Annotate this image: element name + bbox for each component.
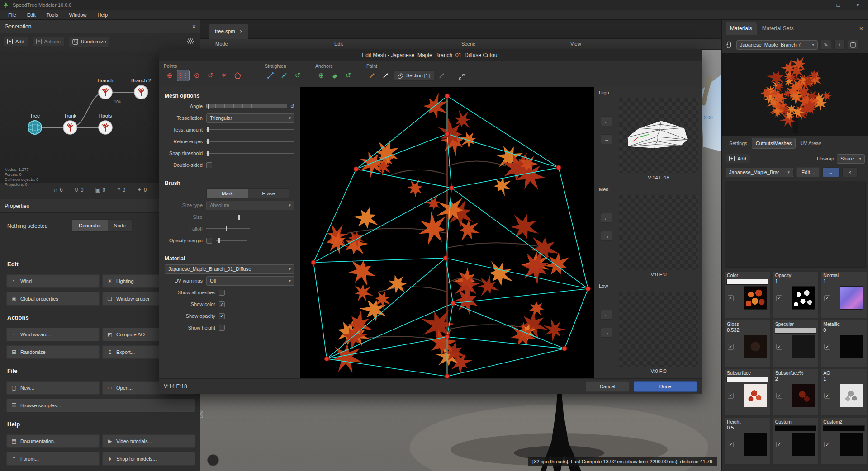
maximize-button[interactable]: □ [828, 0, 848, 10]
delete-point-tool[interactable]: ⊘ [191, 70, 203, 81]
map-color-swatch[interactable] [726, 279, 768, 285]
material-map-normal[interactable]: Normal1✓ [821, 271, 867, 318]
map-enabled-checkbox[interactable]: ✓ [776, 344, 782, 350]
uv-warnings-dropdown[interactable]: Off▾ [206, 276, 294, 286]
paint-brush-tool[interactable] [366, 70, 378, 81]
shop-models-button[interactable]: ⬧Shop for models... [102, 452, 195, 466]
add-cutout-button[interactable]: + Add [726, 154, 750, 163]
map-thumbnail[interactable] [840, 384, 863, 407]
wind-wizard-button[interactable]: ≈Wind wizard... [6, 328, 100, 341]
map-color-swatch[interactable] [823, 425, 865, 431]
erase-anchor-tool[interactable] [329, 70, 341, 81]
tab-node[interactable]: Node [108, 220, 132, 231]
map-thumbnail[interactable] [840, 335, 863, 358]
material-map-gloss[interactable]: Gloss0.532✓ [724, 320, 771, 367]
materials-close-icon[interactable]: × [859, 25, 865, 32]
graph-counter[interactable]: ∩0 [54, 187, 63, 193]
close-button[interactable]: × [848, 0, 868, 10]
generator-node-trunk[interactable]: Trunk [63, 113, 77, 134]
dialog-material-dropdown[interactable]: Japanese_Maple_Branch_01_Diffuse▾ [165, 264, 294, 274]
marquee-select-tool[interactable] [177, 70, 189, 81]
map-enabled-checkbox[interactable]: ✓ [728, 393, 734, 399]
reset-points-tool[interactable]: ↺ [204, 70, 216, 81]
straighten-line-tool[interactable] [265, 70, 276, 81]
show-opacity-checkbox[interactable]: ✓ [219, 313, 225, 319]
reset-anchors-tool[interactable]: ↺ [342, 70, 354, 81]
map-value[interactable]: 0 [821, 327, 867, 334]
map-thumbnail[interactable] [792, 286, 815, 310]
wind-button[interactable]: ≈Wind [6, 274, 100, 288]
material-map-color[interactable]: Color✓ [724, 271, 771, 318]
menu-help[interactable]: Help [93, 11, 113, 19]
material-map-custom2[interactable]: Custom2✓ [821, 418, 867, 465]
map-thumbnail[interactable] [792, 433, 815, 456]
new-file-button[interactable]: ▢New... [6, 381, 100, 395]
done-button[interactable]: Done [634, 381, 697, 392]
menu-file[interactable]: File [4, 11, 21, 19]
map-enabled-checkbox[interactable]: ✓ [728, 442, 734, 447]
map-thumbnail[interactable] [744, 286, 767, 310]
tab-generator[interactable]: Generator [72, 220, 108, 231]
add-point-tool[interactable]: ⊕ [164, 70, 175, 81]
section-button[interactable]: Section [1] [394, 70, 434, 81]
cancel-button[interactable]: Cancel [586, 381, 629, 392]
graph-counter[interactable]: ✦0 [137, 187, 147, 193]
map-thumbnail[interactable] [840, 286, 863, 310]
map-thumbnail[interactable] [744, 335, 767, 358]
material-map-ao[interactable]: AO1✓ [821, 369, 867, 416]
add-material-button[interactable]: + [834, 40, 845, 50]
forum-button[interactable]: ❞Forum... [6, 452, 100, 466]
show-all-meshes-checkbox[interactable]: ✓ [219, 290, 225, 296]
add-star-tool[interactable]: ✶ [218, 70, 230, 81]
tab-close-icon[interactable]: × [240, 28, 243, 34]
lod-high-preview[interactable] [619, 98, 698, 173]
material-preview[interactable] [722, 53, 868, 136]
delete-cutout-button[interactable]: × [842, 167, 858, 177]
angle-reset-icon[interactable]: ↺ [290, 104, 294, 109]
cutout-mesh-canvas[interactable] [300, 87, 594, 379]
add-generator-button[interactable]: + Add [4, 37, 28, 46]
map-thumbnail[interactable] [792, 384, 815, 407]
cutout-select-dropdown[interactable]: Japanese_Maple_Brar ▾ [726, 168, 793, 177]
randomize-button[interactable]: ⊞Randomize [6, 345, 100, 359]
generator-node-tree[interactable]: Tree [28, 113, 42, 134]
share-dropdown[interactable]: Share ▾ [837, 154, 865, 164]
menu-tools[interactable]: Tools [42, 11, 63, 19]
map-thumbnail[interactable] [840, 433, 863, 456]
straighten-reset-tool[interactable]: ↺ [292, 70, 304, 81]
minimize-button[interactable]: – [808, 0, 828, 10]
assign-cutout-button[interactable]: → [822, 167, 840, 177]
map-value[interactable]: 1 [773, 278, 819, 285]
tess-amount-slider[interactable] [206, 127, 294, 133]
falloff-slider[interactable] [206, 226, 250, 232]
map-thumbnail[interactable] [744, 384, 767, 407]
lod-high-next-button[interactable]: → [601, 134, 612, 144]
edit-cutout-button[interactable]: Edit... [796, 167, 820, 177]
add-anchor-tool[interactable]: ⊕ [315, 70, 327, 81]
graph-counter[interactable]: ∪0 [75, 187, 84, 193]
material-map-specular[interactable]: Specular✓ [773, 320, 819, 367]
paint-disabled-tool[interactable] [436, 70, 448, 81]
show-color-checkbox[interactable]: ✓ [219, 301, 225, 307]
map-thumbnail[interactable] [792, 335, 815, 358]
map-enabled-checkbox[interactable]: ✓ [776, 442, 782, 447]
opacity-margin-checkbox[interactable]: ✓ [206, 238, 212, 244]
map-enabled-checkbox[interactable]: ✓ [776, 393, 782, 399]
hand-icon[interactable] [726, 41, 734, 49]
map-enabled-checkbox[interactable]: ✓ [824, 295, 830, 301]
generator-node-branch-2[interactable]: Branch 2 [131, 78, 151, 99]
lod-med-next-button[interactable]: → [601, 231, 612, 241]
material-map-custom[interactable]: Custom✓ [773, 418, 819, 465]
angle-slider[interactable] [206, 103, 287, 109]
fullscreen-button[interactable] [455, 71, 467, 82]
polygon-tool[interactable] [232, 70, 243, 81]
lod-med-prev-button[interactable]: ← [601, 213, 612, 223]
map-enabled-checkbox[interactable]: ✓ [824, 442, 830, 447]
material-select-dropdown[interactable]: Japanese_Maple_Branch_( ▾ [736, 40, 818, 50]
graph-counter[interactable]: ▣0 [95, 187, 105, 193]
menu-window[interactable]: Window [64, 11, 91, 19]
material-map-subsurface[interactable]: Subsurface%2✓ [773, 369, 819, 416]
material-map-opacity[interactable]: Opacity1✓ [773, 271, 819, 318]
map-color-swatch[interactable] [726, 377, 768, 382]
cutout-list-area[interactable] [725, 181, 866, 268]
